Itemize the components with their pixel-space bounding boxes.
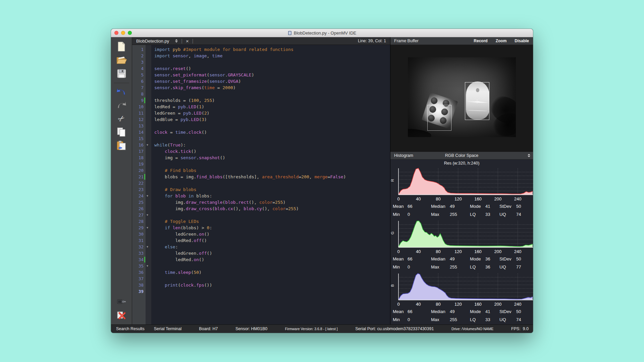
connect-button[interactable]: [115, 296, 128, 308]
code-line[interactable]: 17 clock.tick(): [132, 148, 390, 155]
code-line[interactable]: 8: [132, 91, 390, 97]
code-line[interactable]: 5sensor.set_pixformat(sensor.GRAYSCALE): [132, 72, 390, 78]
code-line[interactable]: 33 ledGreen.off(): [132, 250, 390, 256]
close-tab-button[interactable]: ×: [183, 38, 192, 44]
fold-spacer: [144, 84, 151, 91]
code-line[interactable]: 31 ledRed.off(): [132, 237, 390, 244]
code-text: sensor.skip_frames(time = 2000): [151, 84, 236, 91]
code-line[interactable]: 37: [132, 276, 390, 282]
record-button[interactable]: Record: [474, 39, 487, 43]
x-tick-label: 80: [436, 248, 440, 255]
code-line[interactable]: 21 blobs = img.find_blobs([thresholds], …: [132, 174, 390, 180]
x-axis-ticks: 04080120160200240: [390, 196, 533, 202]
zoom-window-button[interactable]: [128, 31, 132, 35]
color-space-select[interactable]: RGB Color Space: [390, 153, 533, 158]
frame-buffer-header: Frame Buffer RecordZoomDisable: [390, 37, 533, 45]
code-text: blobs = img.find_blobs([thresholds], are…: [151, 174, 346, 180]
code-line[interactable]: 18 img = sensor.snapshot(): [132, 155, 390, 161]
code-line[interactable]: 24▼ for blob in blobs:: [132, 193, 390, 199]
fold-spacer: [144, 276, 151, 282]
title-bar[interactable]: BlobDetection.py - OpenMV IDE: [111, 29, 533, 37]
code-editor[interactable]: 1import pyb #Import module for board rel…: [132, 45, 390, 324]
x-tick-label: 160: [474, 248, 482, 255]
code-line[interactable]: 1import pyb #Import module for board rel…: [132, 46, 390, 53]
code-line[interactable]: 12ledBlue = pyb.LED(3): [132, 116, 390, 123]
x-axis-ticks: 04080120160200240: [390, 248, 533, 255]
fold-marker-icon[interactable]: ▼: [144, 193, 151, 199]
x-tick-label: 200: [494, 248, 501, 255]
fold-spacer: [144, 104, 151, 110]
status-drive: Drive: /Volumes/NO NAME: [451, 327, 493, 331]
code-line[interactable]: 10ledRed = pyb.LED(1): [132, 104, 390, 110]
code-line[interactable]: 16▼while(True):: [132, 142, 390, 148]
code-line[interactable]: 23 # Draw blobs: [132, 186, 390, 193]
x-tick-label: 240: [514, 248, 522, 255]
minimize-window-button[interactable]: [121, 31, 125, 35]
histogram-b-chart: [390, 272, 533, 301]
code-line[interactable]: 13: [132, 123, 390, 129]
redo-button[interactable]: [115, 99, 128, 111]
frame-buffer-image[interactable]: [408, 57, 516, 137]
line-number: 4: [132, 65, 144, 72]
copy-button[interactable]: [115, 126, 128, 138]
x-tick-label: 240: [514, 301, 522, 308]
zoom-button[interactable]: Zoom: [496, 39, 507, 43]
code-line[interactable]: 14clock = time.clock(): [132, 129, 390, 135]
line-number: 3: [132, 59, 144, 65]
code-line[interactable]: 19: [132, 161, 390, 167]
fold-marker-icon[interactable]: ▼: [144, 225, 151, 231]
close-window-button[interactable]: [114, 31, 118, 35]
code-text: sensor.set_framesize(sensor.QVGA): [151, 78, 241, 84]
code-line[interactable]: 27▼: [132, 212, 390, 218]
color-space-spinner-icon[interactable]: [528, 152, 530, 159]
code-line[interactable]: 4sensor.reset(): [132, 65, 390, 72]
code-line[interactable]: 26 img.draw_cross(blob.cx(), blob.cy(), …: [132, 205, 390, 212]
serial-terminal-tab[interactable]: Serial Terminal: [154, 326, 181, 331]
paste-button[interactable]: [115, 139, 128, 152]
file-selector-dropdown[interactable]: [172, 39, 180, 43]
code-line[interactable]: 39: [132, 288, 390, 295]
code-line[interactable]: 36 time.sleep(50): [132, 269, 390, 276]
code-line[interactable]: 15: [132, 135, 390, 142]
search-results-tab[interactable]: Search Results: [116, 326, 145, 331]
histogram-stats-row: Min0Max255LQ36UQ77: [390, 263, 533, 271]
file-tab[interactable]: BlobDetection.py: [132, 39, 172, 44]
undo-button[interactable]: [115, 86, 128, 98]
code-line[interactable]: 28 # Toggle LEDs: [132, 218, 390, 225]
code-line[interactable]: 9thresholds = (100, 255): [132, 97, 390, 104]
disable-button[interactable]: Disable: [515, 39, 529, 43]
code-line[interactable]: 34 ledRed.on(): [132, 256, 390, 263]
fold-marker-icon[interactable]: ▼: [144, 244, 151, 250]
cut-button[interactable]: ✂: [115, 113, 128, 125]
code-line[interactable]: 32▼ else:: [132, 244, 390, 250]
code-line[interactable]: 7sensor.skip_frames(time = 2000): [132, 84, 390, 91]
code-line[interactable]: 35▼: [132, 263, 390, 269]
code-line[interactable]: 22: [132, 180, 390, 186]
x-tick-label: 80: [436, 196, 440, 202]
code-line[interactable]: 30 ledGreen.on(): [132, 231, 390, 237]
fold-spacer: [144, 91, 151, 97]
code-line[interactable]: 29▼ if len(blobs) > 0:: [132, 225, 390, 231]
code-line[interactable]: 20 # Find blobs: [132, 167, 390, 174]
code-text: thresholds = (100, 255): [151, 97, 215, 104]
stop-red-x-icon: [117, 310, 126, 320]
code-line[interactable]: 38 print(clock.fps()): [132, 282, 390, 288]
fold-marker-icon[interactable]: ▼: [144, 263, 151, 269]
line-number: 11: [132, 110, 144, 116]
save-file-button[interactable]: [115, 67, 128, 79]
code-line[interactable]: 25 img.draw_rectangle(blob.rect(), color…: [132, 199, 390, 205]
fold-marker-icon[interactable]: ▼: [144, 142, 151, 148]
code-line[interactable]: 3: [132, 59, 390, 65]
code-line[interactable]: 11ledGreen = pyb.LED(2): [132, 110, 390, 116]
code-line[interactable]: 2import sensor, image, time: [132, 53, 390, 59]
code-text: [151, 91, 154, 97]
line-number: 32: [132, 244, 144, 250]
fold-spacer: [144, 167, 151, 174]
new-file-button[interactable]: [115, 41, 128, 53]
line-number: 34: [132, 256, 144, 263]
fold-marker-icon[interactable]: ▼: [144, 212, 151, 218]
line-number: 33: [132, 250, 144, 256]
code-line[interactable]: 6sensor.set_framesize(sensor.QVGA): [132, 78, 390, 84]
disconnect-button[interactable]: [115, 309, 128, 321]
open-file-button[interactable]: [115, 54, 128, 66]
